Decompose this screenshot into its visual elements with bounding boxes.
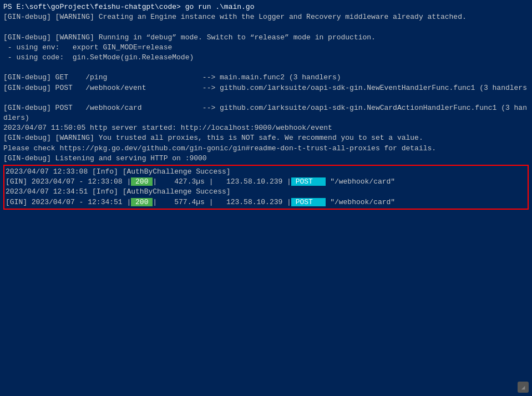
- highlighted-line-3: 2023/04/07 12:34:51 [Info] [AuthByChalle…: [4, 187, 528, 197]
- terminal-line-8: dlers): [3, 113, 529, 123]
- highlighted-line-2: [GIN] 2023/04/07 - 12:33:08 | 200 | 427.…: [4, 177, 528, 187]
- terminal-line-9: 2023/04/07 11:50:05 http server started:…: [3, 123, 529, 133]
- terminal-line-11: Please check https://pkg.go.dev/github.c…: [3, 144, 529, 154]
- scroll-icon: ◢: [521, 384, 525, 391]
- terminal-line-12: [GIN-debug] Listening and serving HTTP o…: [3, 154, 529, 164]
- terminal-line-blank3: [3, 93, 529, 103]
- terminal-line-2: [GIN-debug] [WARNING] Running in “debug”…: [3, 33, 529, 43]
- terminal-line-blank1: [3, 22, 529, 32]
- terminal-line-10: [GIN-debug] [WARNING] You trusted all pr…: [3, 133, 529, 143]
- terminal-line-cmd: PS E:\soft\goProject\feishu-chatgpt\code…: [3, 2, 529, 12]
- terminal-line-6: [GIN-debug] POST /webhook/event --> gith…: [3, 83, 529, 93]
- terminal-line-blank2: [3, 63, 529, 73]
- scrollbar-corner[interactable]: ◢: [518, 382, 529, 393]
- terminal-line-5: [GIN-debug] GET /ping --> main.main.func…: [3, 73, 529, 83]
- highlighted-block: 2023/04/07 12:33:08 [Info] [AuthByChalle…: [3, 165, 529, 210]
- highlighted-line-1: 2023/04/07 12:33:08 [Info] [AuthByChalle…: [4, 167, 528, 177]
- terminal-line-4: - using code: gin.SetMode(gin.ReleaseMod…: [3, 53, 529, 63]
- terminal-line-1: [GIN-debug] [WARNING] Creating an Engine…: [3, 12, 529, 22]
- terminal-window: PS E:\soft\goProject\feishu-chatgpt\code…: [0, 0, 532, 396]
- terminal-line-7: [GIN-debug] POST /webhook/card --> githu…: [3, 103, 529, 113]
- terminal-line-3: - using env: export GIN_MODE=release: [3, 43, 529, 53]
- highlighted-line-4: [GIN] 2023/04/07 - 12:34:51 | 200 | 577.…: [4, 197, 528, 207]
